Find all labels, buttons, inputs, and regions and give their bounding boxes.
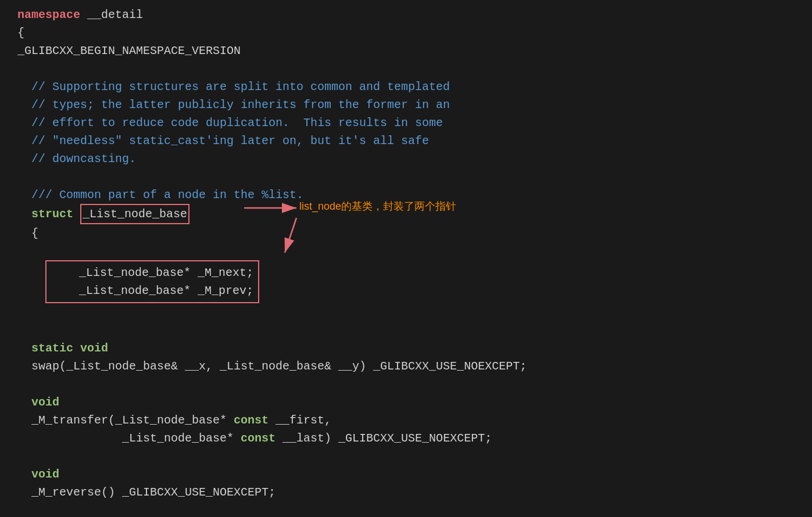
annotations-svg <box>0 0 812 517</box>
svg-line-3 <box>285 218 296 253</box>
annotation-label: list_node的基类，封装了两个指针 <box>299 199 456 215</box>
